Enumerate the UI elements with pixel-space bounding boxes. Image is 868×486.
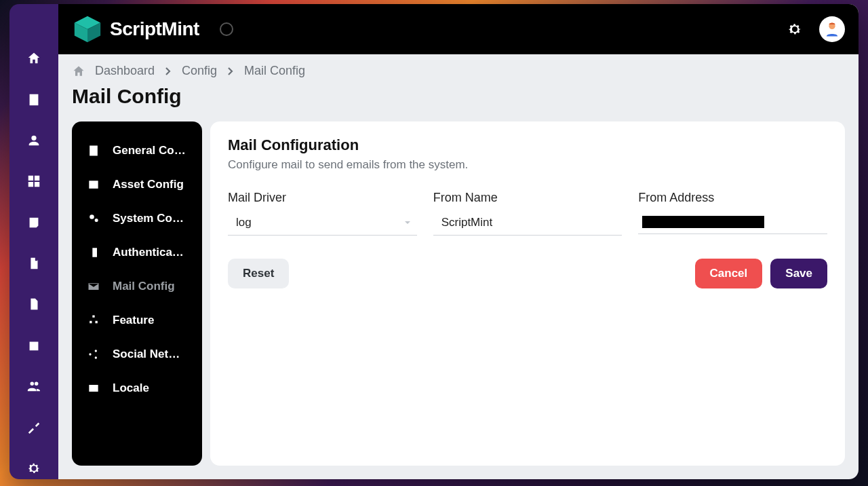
config-nav-label: Asset Config: [113, 178, 184, 191]
rail-building[interactable]: [20, 88, 47, 110]
breadcrumb-home-icon[interactable]: [72, 64, 85, 78]
avatar-icon: [823, 20, 842, 39]
config-nav-social[interactable]: Social Netw…: [72, 337, 202, 371]
rail-calendar[interactable]: [20, 335, 47, 356]
rail-grid[interactable]: [20, 170, 47, 192]
breadcrumb-config[interactable]: Config: [182, 64, 217, 78]
document-icon: [26, 256, 41, 271]
boxes-icon: [87, 314, 100, 327]
loading-indicator-icon: [220, 22, 233, 36]
config-nav-label: Feature: [113, 314, 154, 327]
locale-icon: [87, 381, 100, 395]
config-nav-label: System Con…: [113, 212, 187, 225]
config-nav-mail[interactable]: Mail Config: [72, 269, 202, 303]
from-address-input[interactable]: [638, 212, 827, 234]
breadcrumb: Dashboard Config Mail Config: [72, 64, 845, 78]
building-icon: [26, 92, 41, 107]
gears-icon: [87, 212, 100, 225]
home-icon: [26, 51, 41, 66]
card-title: Mail Configuration: [228, 136, 827, 154]
brand-logo[interactable]: ScriptMint: [72, 14, 199, 45]
config-side-nav: General Con… Asset Config System Con… Au…: [72, 122, 202, 466]
card-subtitle: Configure mail to send emails from the s…: [228, 158, 827, 172]
mail-driver-label: Mail Driver: [228, 191, 417, 205]
save-button[interactable]: Save: [770, 259, 827, 288]
rail-settings[interactable]: [20, 457, 47, 479]
rail-doc2[interactable]: [20, 293, 47, 315]
note-icon: [26, 215, 41, 230]
mail-driver-value: log: [229, 216, 403, 229]
from-name-label: From Name: [433, 191, 623, 205]
rail-user[interactable]: [20, 130, 47, 151]
rail-doc1[interactable]: [20, 253, 47, 274]
gear-icon: [26, 461, 41, 476]
reset-button[interactable]: Reset: [228, 259, 289, 288]
user-avatar[interactable]: [819, 16, 845, 42]
config-nav-label: Mail Config: [113, 280, 175, 293]
field-from-name: From Name: [433, 191, 623, 236]
config-nav-locale[interactable]: Locale: [72, 371, 202, 405]
field-from-address: From Address: [638, 191, 827, 236]
mail-config-card: Mail Configuration Configure mail to sen…: [210, 122, 845, 466]
topbar: ScriptMint: [58, 4, 859, 54]
redacted-value: [642, 216, 764, 228]
rail-home[interactable]: [20, 48, 47, 69]
from-name-input[interactable]: [435, 216, 621, 229]
chevron-down-icon: [403, 219, 412, 227]
tools-icon: [26, 419, 41, 434]
config-nav-label: Locale: [113, 381, 149, 395]
user-icon: [26, 133, 41, 148]
rail-users[interactable]: [20, 375, 47, 397]
image-icon: [87, 178, 100, 191]
field-mail-driver: Mail Driver log: [228, 191, 417, 236]
breadcrumb-dashboard[interactable]: Dashboard: [95, 64, 155, 78]
users-icon: [26, 379, 41, 394]
login-icon: [87, 246, 100, 259]
mail-driver-select[interactable]: log: [228, 212, 417, 236]
chevron-right-icon: [226, 67, 235, 75]
page-title: Mail Config: [72, 85, 845, 108]
config-nav-general[interactable]: General Con…: [72, 134, 202, 168]
brand-logo-mark: [72, 14, 103, 45]
config-nav-asset[interactable]: Asset Config: [72, 168, 202, 202]
config-nav-label: Authenticati…: [113, 246, 187, 259]
grid-icon: [26, 174, 41, 189]
envelope-icon: [87, 280, 100, 293]
topbar-settings-icon[interactable]: [787, 21, 803, 37]
share-icon: [87, 348, 100, 361]
breadcrumb-current: Mail Config: [244, 64, 305, 78]
config-nav-system[interactable]: System Con…: [72, 202, 202, 236]
config-nav-auth[interactable]: Authenticati…: [72, 236, 202, 269]
brand-name: ScriptMint: [110, 18, 199, 40]
rail-note[interactable]: [20, 211, 47, 233]
chevron-right-icon: [164, 67, 172, 75]
config-nav-label: Social Netw…: [113, 348, 187, 361]
cancel-button[interactable]: Cancel: [695, 259, 763, 288]
document-lines-icon: [26, 297, 41, 312]
left-icon-rail: [9, 4, 58, 479]
calendar-icon: [26, 338, 41, 353]
rail-tools[interactable]: [20, 416, 47, 438]
config-nav-label: General Con…: [113, 144, 187, 157]
config-nav-feature[interactable]: Feature: [72, 303, 202, 337]
from-address-label: From Address: [638, 191, 827, 205]
building-icon: [87, 144, 100, 157]
